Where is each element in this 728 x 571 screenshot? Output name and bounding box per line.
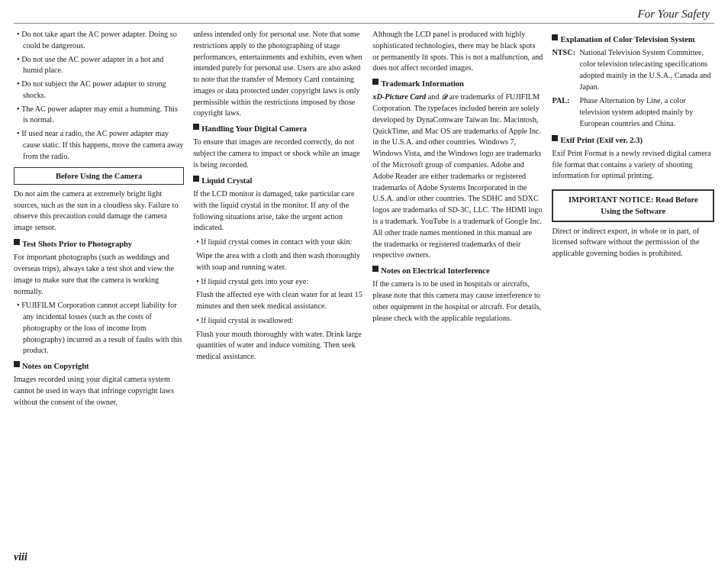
list-item: FUJIFILM Corporation cannot accept liabi…	[14, 300, 184, 356]
list-item: Do not take apart the AC power adapter. …	[14, 29, 184, 52]
test-shots-text: For important photographs (such as weddi…	[14, 252, 184, 297]
page-header: For Your Safety	[638, 8, 710, 21]
pal-text: Phase Alternation by Line, a color telev…	[579, 92, 714, 129]
list-item: The AC power adapter may emit a humming.…	[14, 104, 184, 127]
column-4: Explanation of Color Television System N…	[547, 29, 714, 550]
liquid-crystal-text: If the LCD monitor is damaged, take part…	[193, 189, 363, 234]
column-3: Although the LCD panel is produced with …	[368, 29, 547, 550]
column-1: Do not take apart the AC power adapter. …	[14, 29, 188, 550]
important-notice-box: IMPORTANT NOTICE: Read Before Using the …	[552, 189, 714, 221]
header-divider	[14, 23, 714, 24]
notes-copyright-text: Images recorded using your digital camer…	[14, 374, 184, 408]
footer-page-number: viii	[14, 551, 27, 563]
test-shots-head: Test Shots Prior to Photography	[14, 238, 184, 250]
col1-section-text: Do not aim the camera at extremely brigh…	[14, 189, 184, 234]
section-square-icon	[552, 135, 558, 141]
section-square-icon	[552, 34, 558, 40]
lc-eye-detail: Flush the affected eye with clean water …	[193, 289, 363, 312]
trademark-text: xD-Picture Card and 𝒟 are trademarks of …	[372, 92, 543, 261]
exif-print-text: Exif Print Format is a newly revised dig…	[552, 148, 714, 182]
notes-copyright-head: Notes on Copyright	[14, 360, 184, 372]
section-square-icon	[372, 79, 378, 85]
exif-print-head: Exif Print (Exif ver. 2.3)	[552, 134, 714, 146]
color-tv-table: NTSC: National Television System Committ…	[552, 47, 714, 129]
handling-camera-head: Handling Your Digital Camera	[193, 123, 363, 134]
liquid-crystal-head: Liquid Crystal	[193, 175, 363, 186]
section-square-icon	[372, 266, 378, 272]
lc-skin-detail: Wipe the area with a cloth and then wash…	[193, 250, 363, 273]
electrical-interference-head: Notes on Electrical Interference	[372, 265, 543, 276]
lc-swallowed-detail: Flush your mouth thoroughly with water. …	[193, 329, 363, 363]
section-square-icon	[14, 239, 20, 245]
col3-intro: Although the LCD panel is produced with …	[372, 29, 543, 74]
column-2: unless intended only for personal use. N…	[188, 29, 368, 550]
handling-camera-text: To ensure that images are recorded corre…	[193, 137, 363, 170]
header-title: For Your Safety	[638, 8, 710, 20]
ntsc-label: NTSC:	[552, 47, 579, 92]
section-square-icon	[193, 176, 199, 182]
list-item: If used near a radio, the AC power adapt…	[14, 128, 184, 162]
section-square-icon	[193, 124, 199, 130]
list-item: If liquid crystal comes in contact with …	[193, 237, 363, 248]
important-notice-title: IMPORTANT NOTICE: Read Before Using the …	[569, 195, 698, 215]
col1-bullets: Do not take apart the AC power adapter. …	[14, 29, 184, 163]
trademark-head: Trademark Information	[372, 78, 543, 89]
list-item: If liquid crystal gets into your eye:	[193, 276, 363, 288]
important-notice-text: Direct or indirect export, in whole or i…	[552, 226, 714, 260]
col2-intro: unless intended only for personal use. N…	[193, 29, 363, 119]
pal-label: PAL:	[552, 92, 579, 129]
color-tv-head: Explanation of Color Television System	[552, 34, 714, 45]
ntsc-text: National Television System Committee, co…	[579, 47, 714, 92]
section-square-icon	[14, 361, 20, 367]
content-area: Do not take apart the AC power adapter. …	[14, 29, 714, 550]
before-using-camera-box: Before Using the Camera	[14, 167, 184, 185]
list-item: Do not subject the AC power adapter to s…	[14, 79, 184, 102]
list-item: Do not use the AC power adapter in a hot…	[14, 54, 184, 77]
page: For Your Safety Do not take apart the AC…	[0, 0, 728, 571]
electrical-interference-text: If the camera is to be used in hospitals…	[372, 279, 543, 324]
list-item: If liquid crystal is swallowed:	[193, 315, 363, 327]
